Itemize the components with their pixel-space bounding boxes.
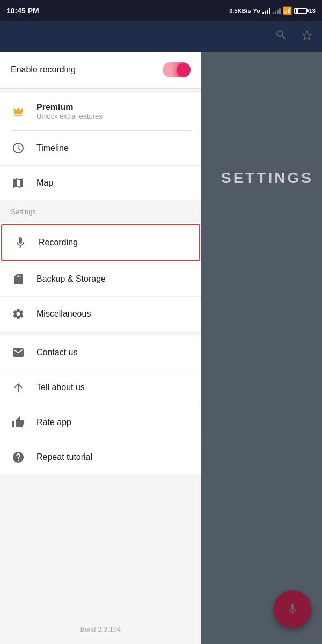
recording-label: Recording bbox=[39, 238, 78, 247]
wifi-icon: 📶 bbox=[283, 6, 292, 15]
crown-icon bbox=[11, 104, 26, 119]
backup-label: Backup & Storage bbox=[36, 274, 106, 284]
thumbs-up-icon bbox=[11, 415, 26, 430]
map-label: Map bbox=[36, 178, 53, 188]
menu-item-tutorial[interactable]: Repeat tutorial bbox=[0, 440, 201, 474]
navigation-drawer: Enable recording Premium Unlock extra fe… bbox=[0, 52, 201, 644]
battery-indicator bbox=[294, 8, 307, 14]
build-version: Build 2.3.194 bbox=[0, 614, 201, 644]
clock-icon bbox=[11, 141, 26, 156]
signal-icon-2 bbox=[273, 7, 281, 14]
status-icons: 0.5KB/s Yo 📶 13 bbox=[229, 6, 316, 15]
status-bar: 10:45 PM 0.5KB/s Yo 📶 13 bbox=[0, 0, 322, 21]
toggle-knob bbox=[177, 63, 189, 76]
sd-card-icon bbox=[11, 272, 26, 287]
battery-fill bbox=[296, 9, 298, 13]
envelope-icon bbox=[11, 345, 26, 360]
battery-percent: 13 bbox=[309, 8, 316, 14]
map-icon bbox=[11, 175, 26, 191]
settings-background-text: SETTINGS bbox=[221, 170, 313, 187]
app-bar bbox=[0, 21, 322, 52]
question-icon bbox=[11, 450, 26, 465]
timeline-label: Timeline bbox=[36, 143, 69, 153]
menu-item-premium[interactable]: Premium Unlock extra features bbox=[0, 93, 201, 130]
signal-icon-1 bbox=[262, 7, 270, 14]
gear-icon bbox=[11, 306, 26, 321]
time-display: 10:45 PM bbox=[6, 6, 39, 15]
tell-label: Tell about us bbox=[36, 383, 85, 392]
svg-rect-0 bbox=[19, 247, 21, 248]
mic-icon bbox=[13, 235, 28, 250]
menu-section-main: Premium Unlock extra features Timeline M… bbox=[0, 93, 201, 200]
menu-item-contact[interactable]: Contact us bbox=[0, 335, 201, 370]
enable-recording-toggle[interactable] bbox=[163, 62, 191, 77]
background-overlay: SETTINGS bbox=[199, 52, 322, 644]
enable-recording-label: Enable recording bbox=[11, 65, 76, 75]
rate-label: Rate app bbox=[36, 418, 71, 427]
settings-section-header: Settings bbox=[0, 200, 201, 219]
fab-mic-icon bbox=[286, 603, 299, 616]
menu-item-map[interactable]: Map bbox=[0, 166, 201, 200]
search-icon[interactable] bbox=[275, 28, 288, 45]
premium-label: Premium bbox=[36, 103, 103, 112]
tutorial-label: Repeat tutorial bbox=[36, 452, 92, 462]
menu-item-recording[interactable]: Recording bbox=[1, 224, 200, 261]
contact-label: Contact us bbox=[36, 348, 77, 357]
menu-item-timeline[interactable]: Timeline bbox=[0, 131, 201, 166]
carrier-display: Yo bbox=[253, 8, 260, 14]
menu-section-settings: Recording Backup & Storage Miscellaneous bbox=[0, 223, 201, 331]
menu-item-rate[interactable]: Rate app bbox=[0, 405, 201, 440]
misc-label: Miscellaneous bbox=[36, 309, 91, 319]
premium-text-group: Premium Unlock extra features bbox=[36, 103, 103, 120]
share-icon bbox=[11, 380, 26, 395]
menu-section-support: Contact us Tell about us Rate app bbox=[0, 335, 201, 474]
menu-item-tell[interactable]: Tell about us bbox=[0, 370, 201, 405]
menu-item-misc[interactable]: Miscellaneous bbox=[0, 297, 201, 331]
fab-microphone-button[interactable] bbox=[274, 590, 311, 628]
premium-subtitle: Unlock extra features bbox=[36, 112, 103, 120]
menu-item-backup[interactable]: Backup & Storage bbox=[0, 262, 201, 297]
enable-recording-row: Enable recording bbox=[0, 52, 201, 89]
favorite-icon[interactable] bbox=[301, 29, 313, 44]
speed-display: 0.5KB/s bbox=[229, 8, 251, 14]
build-version-text: Build 2.3.194 bbox=[80, 625, 121, 633]
